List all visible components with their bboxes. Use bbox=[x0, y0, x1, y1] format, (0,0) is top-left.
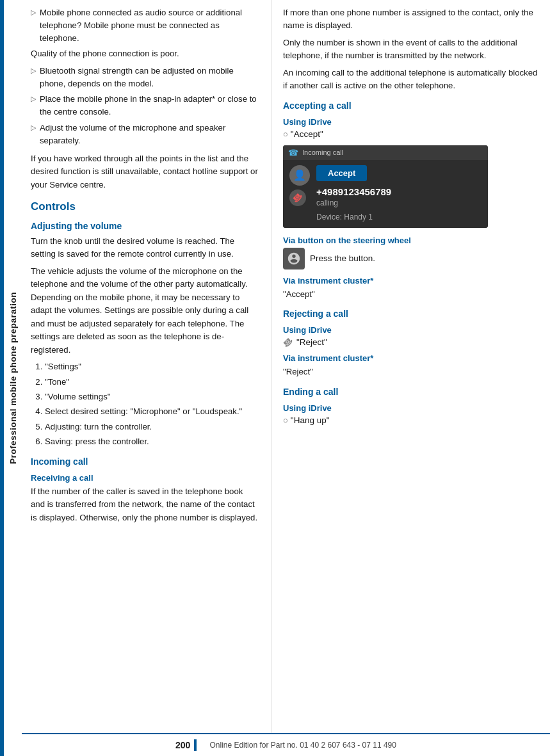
bullet-mobile-connected: ▷ Mobile phone connected as audio source… bbox=[31, 6, 259, 44]
adjusting-vol-para2: The vehicle adjusts the volume of the mi… bbox=[31, 265, 259, 357]
accept-idrive-row: ○ "Accept" bbox=[283, 129, 540, 139]
call-screen-body: 👤 ☎ Accept +4989123456789 calling De bbox=[283, 160, 488, 228]
receiving-call-heading: Receiving a call bbox=[31, 473, 259, 483]
ending-idrive-row: ○ "Hang up" bbox=[283, 415, 540, 425]
person-icon: 👤 bbox=[293, 169, 306, 181]
page-footer: 200 Online Edition for Part no. 01 40 2 … bbox=[22, 733, 550, 756]
steering-wheel-button[interactable] bbox=[283, 248, 305, 269]
bullet-mobile-connected-text: Mobile phone connected as audio source o… bbox=[40, 6, 259, 44]
page-number-container: 200 bbox=[175, 739, 197, 751]
right-para1: If more than one phone number is assigne… bbox=[283, 6, 540, 33]
content-area: ▷ Mobile phone connected as audio source… bbox=[22, 0, 550, 756]
side-label-text: Professional mobile phone preparation bbox=[8, 292, 18, 464]
call-status: calling bbox=[316, 198, 391, 207]
ending-call-heading: Ending a call bbox=[283, 387, 540, 397]
call-screen-content: 👤 ☎ Accept +4989123456789 calling De bbox=[289, 165, 481, 221]
footer-edition-text: Online Edition for Part no. 01 40 2 607 … bbox=[209, 741, 396, 750]
step-3: "Volume settings" bbox=[45, 390, 259, 403]
reject-circle-icon: ☎ bbox=[289, 189, 306, 206]
accept-idrive-text: "Accept" bbox=[291, 129, 323, 139]
accepting-call-heading: Accepting a call bbox=[283, 101, 540, 111]
reject-instrument-heading: Via instrument cluster* bbox=[283, 353, 540, 363]
reject-phone-idrive-icon: ☎ bbox=[281, 335, 295, 350]
idrive-knob-icon-end: ○ bbox=[283, 415, 288, 425]
bullet-volume-text: Adjust the volume of the microphone and … bbox=[40, 122, 259, 147]
step-2: "Tone" bbox=[45, 376, 259, 389]
reject-idrive-text: "Reject" bbox=[296, 337, 327, 347]
right-column: If more than one phone number is assigne… bbox=[271, 0, 550, 733]
accept-button[interactable]: Accept bbox=[316, 165, 367, 181]
bullet-snapin-text: Place the mobile phone in the snap-in ad… bbox=[40, 93, 259, 118]
bullet-bluetooth-text: Bluetooth signal strength can be adjuste… bbox=[40, 65, 259, 90]
call-screen-bar: ☎ Incoming call bbox=[283, 145, 488, 160]
two-column-layout: ▷ Mobile phone connected as audio source… bbox=[22, 0, 550, 733]
arrow-icon-2: ▷ bbox=[31, 65, 36, 76]
phone-icon: ☎ bbox=[288, 148, 298, 157]
ending-idrive-heading: Using iDrive bbox=[283, 403, 540, 413]
side-label-container: Professional mobile phone preparation bbox=[4, 0, 22, 756]
using-idrive-heading-accept: Using iDrive bbox=[283, 117, 540, 127]
steps-list: "Settings" "Tone" "Volume settings" Sele… bbox=[31, 360, 259, 449]
step-4: Select desired setting: "Microphone" or … bbox=[45, 405, 259, 418]
avatar-icon: 👤 bbox=[289, 165, 310, 186]
receiving-call-para: If the number of the caller is saved in … bbox=[31, 485, 259, 524]
right-para2: Only the number is shown in the event of… bbox=[283, 36, 540, 63]
left-column: ▷ Mobile phone connected as audio source… bbox=[22, 0, 271, 733]
incoming-call-heading: Incoming call bbox=[31, 456, 259, 467]
arrow-icon-4: ▷ bbox=[31, 122, 36, 133]
via-instrument-text: "Accept" bbox=[283, 288, 540, 301]
bullet-volume: ▷ Adjust the volume of the microphone an… bbox=[31, 122, 259, 147]
via-steering-heading: Via button on the steering wheel bbox=[283, 236, 540, 245]
controls-heading: Controls bbox=[31, 200, 259, 213]
reject-idrive-row: ☎ "Reject" bbox=[283, 337, 540, 347]
via-instrument-heading: Via instrument cluster* bbox=[283, 276, 540, 286]
steering-button-icon bbox=[287, 252, 301, 266]
quality-para: Quality of the phone connection is poor. bbox=[31, 47, 259, 60]
reject-phone-icon: ☎ bbox=[291, 191, 305, 205]
incoming-call-bar-text: Incoming call bbox=[302, 149, 343, 156]
step-1: "Settings" bbox=[45, 360, 259, 373]
call-screen-widget: ☎ Incoming call 👤 ☎ bbox=[283, 145, 488, 228]
step-6: Saving: press the controller. bbox=[45, 435, 259, 448]
call-number: +4989123456789 bbox=[316, 186, 391, 197]
via-steering-row: Press the button. bbox=[283, 248, 540, 269]
ending-idrive-text: "Hang up" bbox=[291, 415, 330, 425]
arrow-icon-1: ▷ bbox=[31, 7, 36, 18]
call-device: Device: Handy 1 bbox=[316, 213, 391, 221]
contact-para: If you have worked through all the point… bbox=[31, 152, 259, 191]
page-wrapper: Professional mobile phone preparation ▷ … bbox=[0, 0, 550, 756]
arrow-icon-3: ▷ bbox=[31, 93, 36, 104]
adjusting-volume-heading: Adjusting the volume bbox=[31, 221, 259, 231]
rejecting-call-heading: Rejecting a call bbox=[283, 309, 540, 319]
bullet-snapin: ▷ Place the mobile phone in the snap-in … bbox=[31, 93, 259, 118]
idrive-knob-icon: ○ bbox=[283, 129, 288, 139]
page-num-bar bbox=[194, 739, 197, 751]
call-screen-right: Accept +4989123456789 calling Device: Ha… bbox=[316, 165, 391, 221]
right-para3: An incoming call to the additional telep… bbox=[283, 67, 540, 93]
reject-instrument-text: "Reject" bbox=[283, 366, 540, 378]
via-steering-text: Press the button. bbox=[310, 253, 375, 263]
page-number: 200 bbox=[175, 740, 190, 750]
bullet-bluetooth: ▷ Bluetooth signal strength can be adjus… bbox=[31, 65, 259, 90]
adjusting-vol-para1: Turn the knob until the desired volume i… bbox=[31, 235, 259, 261]
reject-idrive-heading: Using iDrive bbox=[283, 325, 540, 335]
step-5: Adjusting: turn the controller. bbox=[45, 421, 259, 433]
call-screen-left: 👤 ☎ bbox=[289, 165, 310, 206]
